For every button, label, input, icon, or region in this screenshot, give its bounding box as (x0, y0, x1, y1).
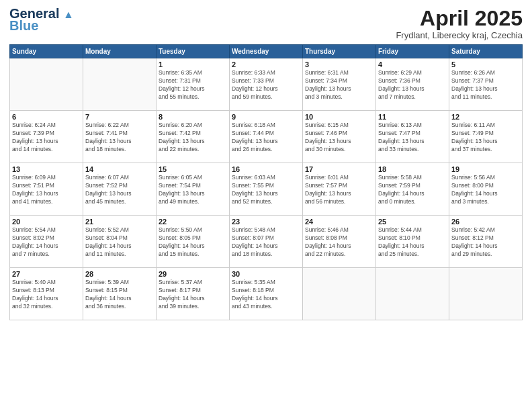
calendar-day-cell: 14Sunrise: 6:07 AM Sunset: 7:52 PM Dayli… (83, 163, 157, 216)
calendar-day-cell (303, 268, 376, 320)
weekday-header: Friday (376, 45, 449, 58)
calendar-day-cell: 19Sunrise: 5:56 AM Sunset: 8:00 PM Dayli… (449, 163, 523, 216)
title-block: April 2025 Frydlant, Liberecky kraj, Cze… (396, 7, 523, 40)
day-detail: Sunrise: 5:56 AM Sunset: 8:00 PM Dayligh… (451, 174, 520, 206)
day-number: 10 (305, 113, 373, 121)
day-number: 25 (378, 218, 447, 226)
weekday-header: Tuesday (157, 45, 230, 58)
day-number: 9 (232, 113, 300, 121)
calendar-day-cell: 1Sunrise: 6:35 AM Sunset: 7:31 PM Daylig… (157, 58, 230, 111)
logo: General ▲ Blue (9, 7, 74, 32)
calendar-day-cell: 24Sunrise: 5:46 AM Sunset: 8:08 PM Dayli… (303, 216, 376, 268)
weekday-header: Monday (83, 45, 157, 58)
calendar-day-cell: 30Sunrise: 5:35 AM Sunset: 8:18 PM Dayli… (230, 268, 303, 320)
day-number: 11 (378, 113, 447, 121)
day-detail: Sunrise: 6:20 AM Sunset: 7:42 PM Dayligh… (159, 122, 227, 154)
day-number: 22 (159, 218, 227, 226)
calendar-week-row: 13Sunrise: 6:09 AM Sunset: 7:51 PM Dayli… (10, 163, 523, 216)
day-detail: Sunrise: 6:01 AM Sunset: 7:57 PM Dayligh… (305, 174, 373, 206)
calendar-day-cell: 9Sunrise: 6:18 AM Sunset: 7:44 PM Daylig… (230, 111, 303, 163)
calendar-day-cell: 26Sunrise: 5:42 AM Sunset: 8:12 PM Dayli… (449, 216, 523, 268)
calendar-week-row: 20Sunrise: 5:54 AM Sunset: 8:02 PM Dayli… (10, 216, 523, 268)
day-detail: Sunrise: 5:40 AM Sunset: 8:13 PM Dayligh… (12, 279, 81, 311)
day-detail: Sunrise: 5:44 AM Sunset: 8:10 PM Dayligh… (378, 226, 447, 259)
calendar-day-cell: 20Sunrise: 5:54 AM Sunset: 8:02 PM Dayli… (10, 216, 83, 268)
calendar-table: SundayMondayTuesdayWednesdayThursdayFrid… (9, 44, 523, 320)
day-detail: Sunrise: 5:35 AM Sunset: 8:18 PM Dayligh… (232, 279, 300, 311)
calendar-day-cell: 27Sunrise: 5:40 AM Sunset: 8:13 PM Dayli… (10, 268, 83, 320)
day-number: 30 (232, 270, 300, 278)
calendar-day-cell: 11Sunrise: 6:13 AM Sunset: 7:47 PM Dayli… (376, 111, 449, 163)
logo-blue: Blue (9, 19, 38, 32)
calendar-day-cell: 29Sunrise: 5:37 AM Sunset: 8:17 PM Dayli… (157, 268, 230, 320)
day-number: 4 (378, 60, 447, 68)
calendar-day-cell: 3Sunrise: 6:31 AM Sunset: 7:34 PM Daylig… (303, 58, 376, 111)
day-detail: Sunrise: 6:09 AM Sunset: 7:51 PM Dayligh… (12, 174, 81, 206)
calendar-day-cell: 15Sunrise: 6:05 AM Sunset: 7:54 PM Dayli… (157, 163, 230, 216)
day-number: 16 (232, 165, 300, 173)
calendar-week-row: 1Sunrise: 6:35 AM Sunset: 7:31 PM Daylig… (10, 58, 523, 111)
day-number: 29 (159, 270, 227, 278)
day-detail: Sunrise: 5:48 AM Sunset: 8:07 PM Dayligh… (232, 226, 300, 259)
calendar-day-cell: 6Sunrise: 6:24 AM Sunset: 7:39 PM Daylig… (10, 111, 83, 163)
day-detail: Sunrise: 6:29 AM Sunset: 7:36 PM Dayligh… (378, 69, 447, 101)
logo-bird-icon: ▲ (63, 9, 74, 20)
day-detail: Sunrise: 6:13 AM Sunset: 7:47 PM Dayligh… (378, 122, 447, 154)
weekday-header: Wednesday (230, 45, 303, 58)
calendar-week-row: 27Sunrise: 5:40 AM Sunset: 8:13 PM Dayli… (10, 268, 523, 320)
day-number: 26 (451, 218, 520, 226)
month-title: April 2025 (396, 7, 523, 30)
calendar-day-cell: 18Sunrise: 5:58 AM Sunset: 7:59 PM Dayli… (376, 163, 449, 216)
calendar-day-cell (83, 58, 157, 111)
calendar-day-cell: 8Sunrise: 6:20 AM Sunset: 7:42 PM Daylig… (157, 111, 230, 163)
calendar-day-cell: 5Sunrise: 6:26 AM Sunset: 7:37 PM Daylig… (449, 58, 523, 111)
day-number: 17 (305, 165, 373, 173)
day-number: 27 (12, 270, 81, 278)
day-number: 6 (12, 113, 81, 121)
day-number: 8 (159, 113, 227, 121)
day-detail: Sunrise: 5:52 AM Sunset: 8:04 PM Dayligh… (85, 226, 154, 259)
day-number: 7 (85, 113, 154, 121)
day-detail: Sunrise: 6:22 AM Sunset: 7:41 PM Dayligh… (85, 122, 154, 154)
day-detail: Sunrise: 6:07 AM Sunset: 7:52 PM Dayligh… (85, 174, 154, 206)
day-number: 21 (85, 218, 154, 226)
day-detail: Sunrise: 5:42 AM Sunset: 8:12 PM Dayligh… (451, 226, 520, 259)
calendar-day-cell: 17Sunrise: 6:01 AM Sunset: 7:57 PM Dayli… (303, 163, 376, 216)
day-detail: Sunrise: 6:26 AM Sunset: 7:37 PM Dayligh… (451, 69, 520, 101)
calendar-day-cell: 10Sunrise: 6:15 AM Sunset: 7:46 PM Dayli… (303, 111, 376, 163)
calendar-day-cell: 28Sunrise: 5:39 AM Sunset: 8:15 PM Dayli… (83, 268, 157, 320)
calendar-day-cell (376, 268, 449, 320)
day-number: 3 (305, 60, 373, 68)
day-number: 2 (232, 60, 300, 68)
day-number: 24 (305, 218, 373, 226)
calendar-day-cell: 16Sunrise: 6:03 AM Sunset: 7:55 PM Dayli… (230, 163, 303, 216)
location: Frydlant, Liberecky kraj, Czechia (396, 30, 523, 40)
day-detail: Sunrise: 5:37 AM Sunset: 8:17 PM Dayligh… (159, 279, 227, 311)
day-number: 1 (159, 60, 227, 68)
day-number: 5 (451, 60, 520, 68)
page-header: General ▲ Blue April 2025 Frydlant, Libe… (9, 7, 523, 40)
weekday-header: Saturday (449, 45, 523, 58)
day-number: 20 (12, 218, 81, 226)
weekday-header: Thursday (303, 45, 376, 58)
calendar-day-cell: 22Sunrise: 5:50 AM Sunset: 8:05 PM Dayli… (157, 216, 230, 268)
day-number: 23 (232, 218, 300, 226)
day-number: 15 (159, 165, 227, 173)
calendar-day-cell (10, 58, 83, 111)
day-detail: Sunrise: 5:50 AM Sunset: 8:05 PM Dayligh… (159, 226, 227, 259)
calendar-day-cell: 21Sunrise: 5:52 AM Sunset: 8:04 PM Dayli… (83, 216, 157, 268)
calendar-day-cell: 7Sunrise: 6:22 AM Sunset: 7:41 PM Daylig… (83, 111, 157, 163)
day-detail: Sunrise: 5:58 AM Sunset: 7:59 PM Dayligh… (378, 174, 447, 206)
day-detail: Sunrise: 5:46 AM Sunset: 8:08 PM Dayligh… (305, 226, 373, 259)
day-number: 18 (378, 165, 447, 173)
day-detail: Sunrise: 6:03 AM Sunset: 7:55 PM Dayligh… (232, 174, 300, 206)
day-number: 14 (85, 165, 154, 173)
day-detail: Sunrise: 5:54 AM Sunset: 8:02 PM Dayligh… (12, 226, 81, 259)
day-detail: Sunrise: 5:39 AM Sunset: 8:15 PM Dayligh… (85, 279, 154, 311)
day-number: 13 (12, 165, 81, 173)
calendar-day-cell: 12Sunrise: 6:11 AM Sunset: 7:49 PM Dayli… (449, 111, 523, 163)
day-detail: Sunrise: 6:33 AM Sunset: 7:33 PM Dayligh… (232, 69, 300, 101)
calendar-header-row: SundayMondayTuesdayWednesdayThursdayFrid… (10, 45, 523, 58)
day-number: 12 (451, 113, 520, 121)
weekday-header: Sunday (10, 45, 83, 58)
